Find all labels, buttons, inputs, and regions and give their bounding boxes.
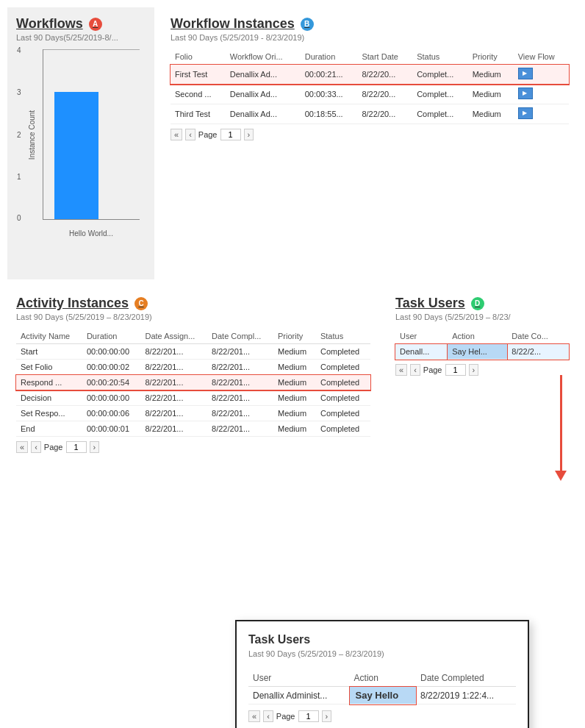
y-tick-3: 3 [17, 88, 21, 96]
ai-completed-4: 8/22/201... [207, 406, 273, 421]
wi-status-0: Complet... [412, 65, 467, 85]
popup-first-page-btn[interactable]: « [248, 710, 260, 722]
ai-duration-3: 00:00:00:00 [82, 390, 141, 406]
col-ai-status: Status [316, 329, 370, 344]
tu-prev-page-btn[interactable]: ‹ [410, 364, 420, 376]
wi-start-2: 8/22/20... [357, 104, 412, 124]
task-users-title: Task Users D [395, 296, 569, 311]
task-users-panel: Task Users D Last 90 Days (5/25/2019 – 8… [387, 287, 578, 462]
workflow-instances-header: Folio Workflow Ori... Duration Start Dat… [171, 49, 569, 65]
ai-priority-3: Medium [273, 390, 316, 406]
popup-prev-page-btn[interactable]: ‹ [263, 710, 273, 722]
ai-row-0[interactable]: Start 00:00:00:00 8/22/201... 8/22/201..… [16, 344, 370, 360]
y-tick-2: 2 [17, 130, 21, 138]
ai-assigned-3: 8/22/201... [140, 390, 207, 406]
ai-page-input[interactable] [66, 441, 87, 453]
task-users-header: User Action Date Co... [395, 329, 569, 344]
wi-duration-1: 00:00:33... [301, 85, 358, 104]
ai-assigned-2: 8/22/201... [140, 375, 207, 390]
col-start-date: Start Date [357, 49, 412, 65]
wi-page-input[interactable] [220, 129, 241, 140]
popup-table: User Action Date Completed Denallix Admi… [248, 670, 516, 704]
ai-name-5: End [16, 421, 82, 437]
popup-action-cell: Say Hello [350, 687, 416, 704]
ai-duration-2: 00:00:20:54 [82, 375, 141, 390]
col-origin: Workflow Ori... [226, 49, 301, 65]
col-folio: Folio [171, 49, 226, 65]
wi-folio-2: Third Test [171, 104, 226, 124]
col-date-completed: Date Compl... [207, 329, 273, 344]
wi-start-1: 8/22/20... [357, 85, 412, 104]
y-tick-4: 4 [17, 46, 21, 54]
ai-row-3[interactable]: Decision 00:00:00:00 8/22/201... 8/22/20… [16, 390, 370, 406]
ai-completed-0: 8/22/201... [207, 344, 273, 360]
activity-instances-table: Activity Name Duration Date Assign... Da… [16, 329, 370, 437]
tu-page-label: Page [423, 365, 442, 374]
popup-next-page-btn[interactable]: › [322, 710, 332, 722]
wi-viewflow-1[interactable] [514, 85, 569, 104]
ai-prev-page-btn[interactable]: ‹ [31, 441, 41, 453]
tu-date-cell: 8/22/2... [507, 344, 569, 360]
popup-subtitle: Last 90 Days (5/25/2019 – 8/23/2019) [248, 649, 516, 658]
wi-origin-1: Denallix Ad... [226, 85, 301, 104]
ai-row-5[interactable]: End 00:00:00:01 8/22/201... 8/22/201... … [16, 421, 370, 437]
y-tick-1: 1 [17, 173, 21, 181]
col-tu-date: Date Co... [507, 329, 569, 344]
wi-status-2: Complet... [412, 104, 467, 124]
popup-title-text: Task Users [248, 633, 310, 646]
wi-next-page-btn[interactable]: › [244, 129, 254, 140]
col-ai-duration: Duration [82, 329, 141, 344]
ai-row-4[interactable]: Set Respo... 00:00:00:06 8/22/201... 8/2… [16, 406, 370, 421]
ai-first-page-btn[interactable]: « [16, 441, 28, 453]
view-flow-icon-1[interactable] [518, 88, 533, 99]
wi-priority-1: Medium [468, 85, 514, 104]
red-arrow-line [560, 375, 562, 471]
workflow-instances-table: Folio Workflow Ori... Duration Start Dat… [171, 49, 569, 124]
ai-name-1: Set Folio [16, 360, 82, 375]
task-users-pagination: « ‹ Page › [395, 364, 569, 376]
ai-page-label: Page [44, 443, 63, 452]
wi-origin-2: Denallix Ad... [226, 104, 301, 124]
col-tu-user: User [395, 329, 448, 344]
wi-folio-1: Second ... [171, 85, 226, 104]
view-flow-icon-0[interactable] [518, 68, 533, 79]
popup-title: Task Users [248, 633, 516, 646]
col-view-flow: View Flow [514, 49, 569, 65]
popup-page-input[interactable] [298, 710, 319, 722]
wi-duration-0: 00:00:21... [301, 65, 358, 85]
wi-folio-0: First Test [171, 65, 226, 85]
badge-d: D [471, 297, 484, 310]
ai-row-1[interactable]: Set Folio 00:00:00:02 8/22/201... 8/22/2… [16, 360, 370, 375]
workflow-instances-title: Workflow Instances B [171, 16, 569, 32]
ai-assigned-4: 8/22/201... [140, 406, 207, 421]
tu-first-page-btn[interactable]: « [395, 364, 407, 376]
ai-name-4: Set Respo... [16, 406, 82, 421]
wi-viewflow-2[interactable] [514, 104, 569, 124]
ai-status-4: Completed [316, 406, 370, 421]
popup-page-label: Page [276, 712, 295, 721]
wi-origin-0: Denallix Ad... [226, 65, 301, 85]
wi-priority-2: Medium [468, 104, 514, 124]
badge-c: C [134, 297, 148, 310]
ai-status-5: Completed [316, 421, 370, 437]
ai-row-2[interactable]: Respond ... 00:00:20:54 8/22/201... 8/22… [16, 375, 370, 390]
view-flow-icon-2[interactable] [518, 107, 533, 119]
task-users-row[interactable]: Denall... Say Hel... 8/22/2... [395, 344, 569, 360]
wi-first-page-btn[interactable]: « [171, 129, 182, 140]
ai-next-page-btn[interactable]: › [90, 441, 100, 453]
col-activity-name: Activity Name [16, 329, 82, 344]
ai-completed-5: 8/22/201... [207, 421, 273, 437]
task-users-subtitle: Last 90 Days (5/25/2019 – 8/23/ [395, 313, 569, 321]
workflow-instances-title-text: Workflow Instances [171, 16, 295, 32]
wi-prev-page-btn[interactable]: ‹ [185, 129, 195, 140]
tu-page-input[interactable] [445, 364, 466, 376]
col-ai-priority: Priority [273, 329, 316, 344]
ai-status-0: Completed [316, 344, 370, 360]
tu-next-page-btn[interactable]: › [469, 364, 479, 376]
wi-viewflow-0[interactable] [514, 65, 569, 85]
wi-row-1[interactable]: Second ... Denallix Ad... 00:00:33... 8/… [171, 85, 569, 104]
popup-row[interactable]: Denallix Administ... Say Hello 8/22/2019… [248, 687, 516, 704]
wi-row-2[interactable]: Third Test Denallix Ad... 00:18:55... 8/… [171, 104, 569, 124]
activity-instances-subtitle: Last 90 Days (5/25/2019 – 8/23/2019) [16, 313, 370, 321]
wi-row-0[interactable]: First Test Denallix Ad... 00:00:21... 8/… [171, 65, 569, 85]
